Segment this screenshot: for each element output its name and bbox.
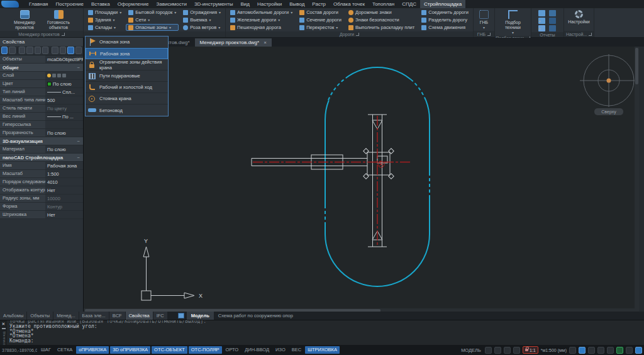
select-add-icon[interactable]: [1, 47, 8, 54]
join-roads-button[interactable]: Соединить дороги: [419, 9, 471, 16]
pan-icon[interactable]: [569, 347, 576, 354]
equipment-selection-button[interactable]: Подбор техники▾: [498, 9, 527, 35]
select-cycle-icon[interactable]: [35, 47, 41, 54]
space-indicator[interactable]: МОДЕЛЬ: [461, 347, 481, 353]
viewport-lock-icon[interactable]: [588, 347, 595, 354]
command-history[interactable]: Точка растягивания или [Базовая точка/Ко…: [7, 320, 644, 345]
menu-zavisimosti[interactable]: Зависимости: [152, 0, 191, 8]
menu-item-crane-parking[interactable]: Стоянка крана: [86, 93, 168, 104]
layer-lock-icon[interactable]: [57, 74, 61, 77]
show-contours-value[interactable]: Нет: [45, 186, 83, 194]
navigation-wheel[interactable]: Сверху: [580, 54, 638, 115]
layer-on-icon[interactable]: [47, 74, 51, 77]
report-button-4[interactable]: [549, 18, 556, 24]
toggle-otrack-object[interactable]: ОТС-ОБЪЕКТ: [152, 346, 187, 354]
crossroad-button[interactable]: Перекресток▾: [297, 24, 344, 31]
linetype-value[interactable]: Спл...: [45, 88, 83, 96]
select-cursor-icon[interactable]: [9, 47, 15, 54]
report-button-1[interactable]: [538, 10, 545, 16]
workspace-icon[interactable]: [485, 347, 492, 354]
toggle-otrack-polar[interactable]: ОТС-ПОЛЯР: [189, 346, 222, 354]
apply-icon[interactable]: [60, 47, 66, 54]
tab-element-base[interactable]: База эле...: [79, 312, 109, 320]
menu-oformlenie[interactable]: Оформление: [114, 0, 153, 8]
filter-icon[interactable]: [42, 47, 48, 54]
color-value[interactable]: По слою: [45, 80, 83, 87]
menu-item-work-zone[interactable]: Рабочая зона: [86, 48, 168, 59]
gnb-button[interactable]: ГНБ▾: [475, 9, 492, 30]
tab-bcf[interactable]: BCF: [109, 312, 126, 320]
dialog-launcher-icon[interactable]: [589, 33, 592, 36]
hyperlink-value[interactable]: [45, 121, 83, 128]
vertical-scroll-thumb[interactable]: [635, 48, 638, 84]
toggle-osnap[interactable]: оПРИВЯЗКА: [76, 346, 109, 354]
menu-3d-tools[interactable]: 3D-инструменты: [191, 0, 237, 8]
material-value[interactable]: По слою: [45, 145, 83, 153]
fences-button[interactable]: Ограждения▾: [180, 9, 223, 16]
layouts-icon[interactable]: [178, 313, 184, 318]
road-structure-button[interactable]: Состав дороги: [297, 9, 344, 16]
menu-oblaka-tochek[interactable]: Облака точек: [330, 0, 369, 8]
excavation-button[interactable]: Выемка▾: [180, 16, 223, 23]
toggle-iso[interactable]: ИЗО: [273, 346, 288, 354]
tab-albums[interactable]: Альбомы: [0, 312, 27, 320]
menu-spds[interactable]: СПДС: [398, 0, 420, 8]
slab-layout-button[interactable]: Выполнить раскладку плит: [346, 24, 417, 31]
report-button-3[interactable]: ▾: [538, 18, 545, 24]
prop-section-stroyploshchadka[interactable]: nanoCAD Стройплощадка−: [0, 154, 83, 162]
menu-item-concrete-pipe[interactable]: Бетоновод: [86, 104, 168, 116]
layer-value[interactable]: [45, 72, 83, 79]
menu-item-danger-zone[interactable]: Опасная зона: [86, 37, 168, 48]
toggle-hatch[interactable]: ШТРИХОВКА: [305, 346, 340, 354]
menu-item-travel-path[interactable]: Рабочий и холостой ход: [86, 82, 168, 93]
danger-zones-button[interactable]: Опасные зоны▾: [126, 24, 179, 31]
prop-section-general[interactable]: Общие−: [0, 64, 83, 72]
notifications-icon[interactable]: [513, 347, 520, 354]
menu-nastroyki[interactable]: Настройки: [253, 0, 286, 8]
ltscale-value[interactable]: 500: [45, 96, 83, 104]
sync-icon[interactable]: [616, 347, 623, 354]
user-icon[interactable]: [504, 347, 511, 354]
scale-value[interactable]: 1:500: [45, 170, 83, 178]
menu-vid[interactable]: Вид: [236, 0, 253, 8]
tab-ifc[interactable]: IFC: [153, 312, 168, 320]
tab-manager[interactable]: Менед...: [53, 312, 79, 320]
quick-select-icon[interactable]: [52, 47, 58, 54]
signal-icon[interactable]: [607, 347, 614, 354]
dialog-launcher-icon[interactable]: [356, 33, 359, 36]
select-lasso-icon[interactable]: [26, 47, 33, 54]
wind-rose-button[interactable]: Роза ветров▾: [180, 24, 223, 31]
auto-roads-button[interactable]: Автомобильные дороги▾: [228, 9, 295, 16]
road-section-button[interactable]: Сечение дороги: [297, 16, 344, 23]
menu-glavnaya[interactable]: Главная: [25, 0, 52, 8]
lineweight-value[interactable]: По ...: [45, 113, 83, 120]
vertical-scrollbar[interactable]: [635, 47, 639, 313]
toggle-3d-osnap[interactable]: 3D оПРИВЯЗКА: [110, 346, 150, 354]
report-button-6[interactable]: [549, 25, 556, 31]
report-button-2[interactable]: [549, 10, 556, 16]
menu-item-crane-rails[interactable]: Пути подкрановые: [86, 70, 168, 82]
tab-objects[interactable]: Объекты: [27, 312, 53, 320]
layer-freeze-icon[interactable]: [52, 74, 56, 77]
buildings-button[interactable]: Здания▾: [86, 16, 124, 23]
toggle-dyn-input[interactable]: ДИН-ВВОД: [242, 346, 272, 354]
toggle-lineweight[interactable]: ВЕС: [289, 346, 304, 354]
split-road-button[interactable]: Разделить дорогу: [419, 16, 471, 23]
traffic-scheme-button[interactable]: Схема движения: [419, 24, 471, 31]
close-icon[interactable]: ✕: [2, 322, 6, 326]
pedestrian-road-button[interactable]: Пешеходная дорога: [228, 24, 295, 31]
warehouses-button[interactable]: Склады▾: [86, 24, 124, 31]
dialog-launcher-icon[interactable]: [62, 33, 65, 36]
toggle-ortho[interactable]: ОРТО: [223, 346, 242, 354]
report-button-5[interactable]: ▾: [538, 25, 545, 31]
object-readiness-button[interactable]: Готовность объектов: [44, 9, 73, 30]
orbit-icon[interactable]: [579, 347, 586, 354]
prop-section-3d[interactable]: 3D-визуализация−: [0, 137, 83, 145]
close-icon[interactable]: ×: [264, 38, 267, 47]
copy-icon[interactable]: [2, 328, 6, 329]
menu-postroenie[interactable]: Построение: [52, 0, 87, 8]
draworder-value[interactable]: 4010: [45, 178, 83, 186]
menu-vyvod[interactable]: Вывод: [286, 0, 308, 8]
monitor-icon[interactable]: [494, 347, 501, 354]
layer-print-icon[interactable]: [62, 74, 66, 77]
